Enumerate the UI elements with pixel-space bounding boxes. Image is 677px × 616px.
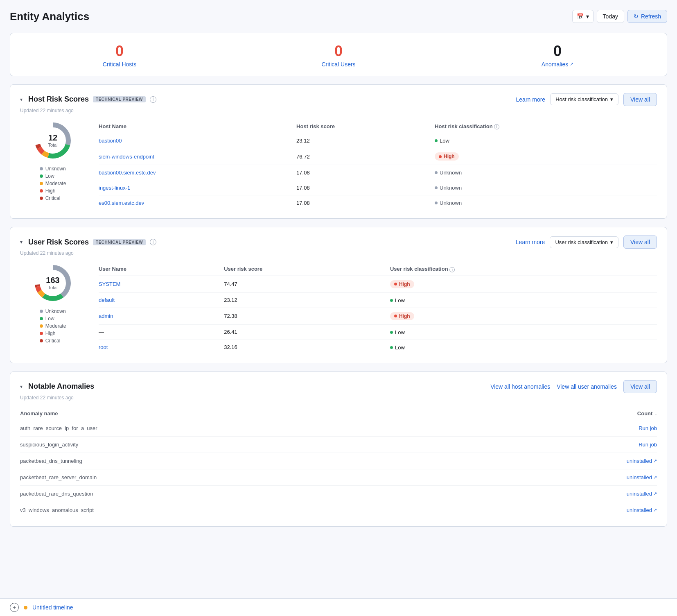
notable-updated: Updated 22 minutes ago	[20, 395, 657, 401]
user-risk-content: 163 Total Unknown Low Moderat	[20, 263, 657, 355]
user-legend-dot-high	[40, 332, 43, 335]
table-row: ingest-linux-1 17.08 Unknown	[99, 180, 657, 195]
uninstalled-link[interactable]: uninstalled ↗	[627, 507, 657, 513]
legend-critical: Critical	[40, 195, 66, 201]
anomaly-name-cell: packetbeat_rare_dns_question	[20, 485, 477, 502]
table-row: bastion00 23.12 Low	[99, 133, 657, 148]
host-risk-info-icon[interactable]: i	[150, 96, 156, 103]
anomalies-value: 0	[553, 43, 562, 59]
status-badge: High	[390, 280, 414, 288]
host-risk-table: Host Name Host risk score Host risk clas…	[99, 120, 657, 211]
user-name-cell[interactable]: admin	[99, 308, 224, 324]
run-job-link[interactable]: Run job	[639, 442, 657, 448]
add-timeline-button[interactable]: +	[10, 603, 19, 612]
status-badge: Low	[390, 329, 405, 335]
host-risk-donut-label: 12 Total	[48, 133, 57, 148]
host-risk-header: ▾ Host Risk Scores TECHNICAL PREVIEW i L…	[20, 93, 657, 106]
critical-hosts-stat: 0 Critical Hosts	[10, 33, 229, 76]
user-classification-cell: Low	[390, 340, 657, 355]
host-name-cell[interactable]: bastion00.siem.estc.dev	[99, 165, 296, 180]
user-risk-info-icon[interactable]: i	[150, 239, 156, 245]
host-risk-view-all-button[interactable]: View all	[623, 93, 657, 106]
user-risk-collapse-icon[interactable]: ▾	[20, 239, 23, 245]
host-classification-cell: Low	[435, 133, 657, 148]
unknown-dot	[435, 202, 438, 204]
user-risk-updated: Updated 22 minutes ago	[20, 250, 657, 256]
page-header: Entity Analytics 📅 ▾ Today ↻ Refresh	[10, 10, 667, 23]
timeline-label[interactable]: Untitled timeline	[32, 604, 73, 611]
host-name-cell[interactable]: siem-windows-endpoint	[99, 148, 296, 165]
host-name-cell[interactable]: ingest-linux-1	[99, 180, 296, 195]
external-icon: ↗	[653, 475, 657, 480]
table-row: SYSTEM 74.47 High	[99, 276, 657, 292]
critical-hosts-label[interactable]: Critical Hosts	[103, 61, 136, 68]
user-risk-donut: 163 Total	[32, 263, 73, 303]
status-badge: Unknown	[435, 185, 462, 191]
refresh-button[interactable]: ↻ Refresh	[627, 10, 667, 23]
anomaly-name-cell: packetbeat_rare_server_domain	[20, 469, 477, 485]
timeline-status-dot	[24, 606, 27, 609]
calendar-icon: 📅	[577, 13, 584, 20]
host-risk-title-area: ▾ Host Risk Scores TECHNICAL PREVIEW i	[20, 95, 156, 104]
low-dot	[390, 346, 393, 349]
anomalies-label[interactable]: Anomalies ↗	[542, 61, 573, 68]
host-risk-chart-area: 12 Total Unknown Low Moderate	[20, 120, 86, 201]
host-risk-table-area: Host Name Host risk score Host risk clas…	[99, 120, 657, 211]
refresh-icon: ↻	[634, 13, 639, 20]
host-risk-preview-badge: TECHNICAL PREVIEW	[93, 96, 146, 102]
critical-users-label[interactable]: Critical Users	[321, 61, 355, 68]
host-risk-classification-dropdown[interactable]: Host risk classification ▾	[550, 93, 618, 105]
user-score-col-header: User risk score	[224, 263, 390, 276]
host-classification-cell: High	[435, 148, 657, 165]
status-badge: High	[435, 152, 459, 161]
user-name-cell[interactable]: default	[99, 292, 224, 308]
uninstalled-link[interactable]: uninstalled ↗	[627, 491, 657, 497]
user-classification-info-icon[interactable]: i	[449, 267, 455, 272]
user-name-cell[interactable]: SYSTEM	[99, 276, 224, 292]
table-row: admin 72.38 High	[99, 308, 657, 324]
unknown-dot	[435, 186, 438, 189]
anomaly-table: Anomaly name Count ↓ auth_rare_source_ip…	[20, 407, 657, 518]
notable-collapse-icon[interactable]: ▾	[20, 384, 23, 390]
user-risk-view-all-button[interactable]: View all	[623, 236, 657, 249]
unknown-dot	[435, 171, 438, 174]
table-row: — 26.41 Low	[99, 324, 657, 340]
user-classification-cell: Low	[390, 324, 657, 340]
user-legend-dot-low	[40, 317, 43, 320]
host-classification-info-icon[interactable]: i	[494, 124, 499, 129]
view-all-host-anomalies-link[interactable]: View all host anomalies	[490, 383, 550, 390]
table-row: siem-windows-endpoint 76.72 High	[99, 148, 657, 165]
calendar-button[interactable]: 📅 ▾	[572, 10, 594, 23]
dropdown-chevron-icon: ▾	[610, 96, 613, 102]
user-legend-dot-unknown	[40, 310, 43, 313]
uninstalled-link[interactable]: uninstalled ↗	[627, 458, 657, 464]
header-controls: 📅 ▾ Today ↻ Refresh	[572, 10, 667, 23]
run-job-link[interactable]: Run job	[639, 425, 657, 431]
host-risk-collapse-icon[interactable]: ▾	[20, 97, 23, 102]
notable-view-all-button[interactable]: View all	[623, 380, 657, 393]
host-risk-learn-more[interactable]: Learn more	[516, 96, 546, 103]
user-score-cell: 74.47	[224, 276, 390, 292]
host-name-cell[interactable]: bastion00	[99, 133, 296, 148]
anomalies-stat: 0 Anomalies ↗	[448, 33, 667, 76]
refresh-label: Refresh	[641, 13, 661, 20]
user-classification-cell: Low	[390, 292, 657, 308]
host-score-cell: 76.72	[296, 148, 435, 165]
anomaly-action-cell: uninstalled ↗	[477, 469, 657, 485]
user-risk-classification-dropdown[interactable]: User risk classification ▾	[550, 236, 618, 248]
high-dot	[394, 283, 397, 285]
host-name-cell[interactable]: es00.siem.estc.dev	[99, 195, 296, 211]
host-score-cell: 23.12	[296, 133, 435, 148]
stats-row: 0 Critical Hosts 0 Critical Users 0 Anom…	[10, 33, 667, 76]
view-all-user-anomalies-link[interactable]: View all user anomalies	[557, 383, 617, 390]
uninstalled-link[interactable]: uninstalled ↗	[627, 474, 657, 480]
today-button[interactable]: Today	[597, 10, 624, 23]
status-badge: High	[390, 312, 414, 320]
bottom-bar: + Untitled timeline	[0, 598, 677, 616]
user-name-cell[interactable]: root	[99, 340, 224, 355]
host-risk-content: 12 Total Unknown Low Moderate	[20, 120, 657, 211]
user-risk-header-right: Learn more User risk classification ▾ Vi…	[516, 236, 657, 249]
host-risk-legend: Unknown Low Moderate High	[40, 166, 66, 201]
legend-dot-high	[40, 189, 43, 192]
user-risk-learn-more[interactable]: Learn more	[516, 239, 545, 245]
